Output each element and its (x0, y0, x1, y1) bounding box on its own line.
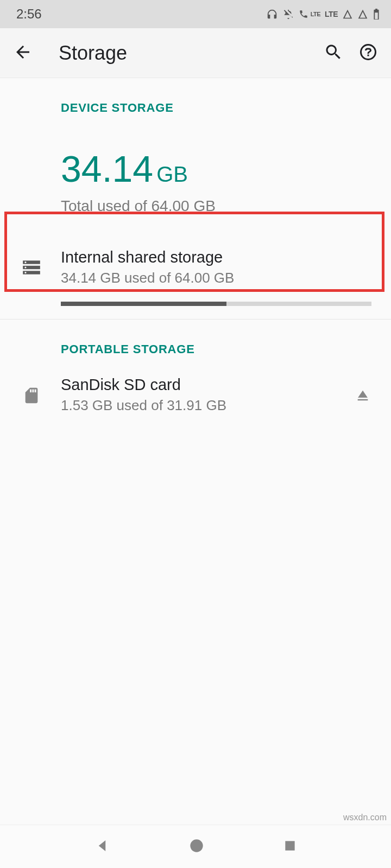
help-icon (358, 42, 378, 62)
lte-text: LTE (325, 10, 338, 18)
battery-icon (373, 8, 380, 20)
storage-summary: 34.14GB Total used of 64.00 GB (0, 115, 391, 237)
internal-storage-row[interactable]: Internal shared storage 34.14 GB used of… (0, 237, 391, 319)
svg-point-4 (24, 266, 26, 268)
page-title: Storage (59, 42, 308, 65)
nav-recent-icon (283, 839, 297, 853)
storage-icon (21, 257, 42, 278)
section-portable-storage: PORTABLE STORAGE (0, 320, 391, 356)
help-button[interactable] (358, 42, 378, 64)
sdcard-title: SanDisk SD card (61, 376, 345, 394)
sdcard-row[interactable]: SanDisk SD card 1.53 GB used of 31.91 GB (0, 356, 391, 427)
nav-recent-button[interactable] (283, 839, 297, 855)
svg-point-6 (190, 839, 203, 852)
eject-icon (354, 387, 371, 404)
watermark: wsxdn.com (343, 813, 387, 822)
summary-value: 34.14 (61, 148, 153, 189)
summary-subtitle: Total used of 64.00 GB (61, 197, 391, 215)
dnd-icon (282, 8, 294, 20)
search-icon (324, 42, 343, 62)
lte-small-text: LTE (311, 11, 320, 17)
status-icons: LTE LTE (266, 8, 380, 20)
internal-storage-title: Internal shared storage (61, 248, 371, 266)
internal-storage-sub: 34.14 GB used of 64.00 GB (61, 270, 371, 286)
internal-storage-progress (61, 302, 371, 306)
svg-point-5 (24, 272, 26, 273)
svg-rect-7 (286, 841, 295, 850)
status-bar: 2:56 LTE LTE (0, 0, 391, 28)
nav-back-button[interactable] (94, 838, 110, 856)
back-button[interactable] (13, 42, 33, 64)
summary-unit: GB (156, 162, 188, 186)
app-bar: Storage (0, 28, 391, 78)
status-time: 2:56 (16, 7, 42, 22)
headphones-icon (266, 8, 278, 20)
arrow-back-icon (13, 42, 33, 62)
signal-icon (342, 9, 353, 20)
sd-card-icon (22, 385, 41, 406)
content: DEVICE STORAGE 34.14GB Total used of 64.… (0, 78, 391, 427)
sdcard-sub: 1.53 GB used of 31.91 GB (61, 397, 345, 414)
nav-back-icon (94, 838, 110, 854)
nav-home-icon (189, 838, 204, 853)
progress-fill (61, 302, 226, 306)
volte-icon (299, 9, 308, 19)
svg-point-3 (24, 261, 26, 263)
section-device-storage: DEVICE STORAGE (0, 78, 391, 115)
navigation-bar (0, 825, 391, 868)
eject-button[interactable] (345, 376, 371, 406)
signal-icon-2 (357, 9, 368, 20)
nav-home-button[interactable] (189, 838, 204, 856)
search-button[interactable] (324, 42, 343, 64)
